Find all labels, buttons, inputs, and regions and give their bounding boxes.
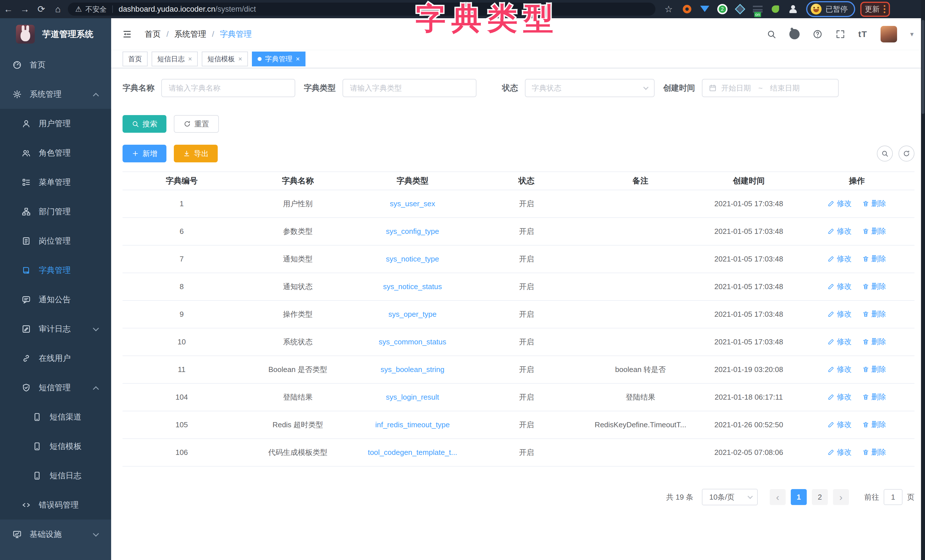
sidebar-item-短信日志[interactable]: 短信日志 <box>0 461 111 490</box>
browser-reload-icon[interactable]: ⟳ <box>33 4 50 15</box>
sidebar-item-菜单管理[interactable]: 菜单管理 <box>0 167 111 197</box>
reset-button[interactable]: 重置 <box>174 115 219 133</box>
dict-type-link[interactable]: sys_boolean_string <box>380 365 444 374</box>
page-button-2[interactable]: 2 <box>812 489 828 505</box>
font-size-icon[interactable]: tT <box>858 29 868 39</box>
export-button[interactable]: 导出 <box>174 145 218 163</box>
edit-link[interactable]: 修改 <box>827 309 851 319</box>
dict-type-link[interactable]: sys_common_status <box>379 337 446 346</box>
dict-type-link[interactable]: sys_notice_type <box>386 254 439 263</box>
address-bar[interactable]: ⚠ 不安全 dashboard.yudao.iocoder.cn /system… <box>68 3 655 16</box>
status-select[interactable]: 字典状态 <box>525 79 655 97</box>
breadcrumb-home[interactable]: 首页 <box>145 29 161 39</box>
extension-icon[interactable] <box>770 3 781 15</box>
delete-link[interactable]: 删除 <box>862 392 886 402</box>
extension-icon[interactable]: on <box>752 3 764 15</box>
sidebar-item-部门管理[interactable]: 部门管理 <box>0 197 111 226</box>
paused-extension-pill[interactable]: 已暂停 <box>806 1 855 17</box>
browser-update-button[interactable]: 更新 <box>860 2 890 17</box>
edit-link[interactable]: 修改 <box>827 226 851 236</box>
close-tab-icon[interactable]: × <box>238 55 242 63</box>
browser-back-icon[interactable]: ← <box>0 4 17 15</box>
edit-link[interactable]: 修改 <box>827 392 851 402</box>
breadcrumb-system[interactable]: 系统管理 <box>175 29 206 39</box>
sidebar-item-基础设施[interactable]: 基础设施 <box>0 519 111 549</box>
delete-link[interactable]: 删除 <box>862 364 886 374</box>
sidebar-item-字典管理[interactable]: 字典管理 <box>0 256 111 285</box>
dict-name-field[interactable] <box>168 83 288 93</box>
delete-link[interactable]: 删除 <box>862 282 886 291</box>
dict-type-link[interactable]: sys_notice_status <box>383 282 442 291</box>
add-button[interactable]: 新增 <box>122 145 166 163</box>
dict-type-link[interactable]: sys_login_result <box>386 393 439 401</box>
edit-link[interactable]: 修改 <box>827 282 851 291</box>
close-tab-icon[interactable]: × <box>188 55 192 63</box>
browser-scrollbar[interactable] <box>921 0 925 560</box>
browser-menu-icon[interactable] <box>884 5 885 13</box>
extension-icon[interactable] <box>681 3 693 15</box>
edit-link[interactable]: 修改 <box>827 199 851 209</box>
tab-短信模板[interactable]: 短信模板 × <box>202 51 248 66</box>
sidebar-item-首页[interactable]: 首页 <box>0 50 111 80</box>
tab-短信日志[interactable]: 短信日志 × <box>152 51 198 66</box>
show-search-button[interactable] <box>877 146 893 161</box>
sidebar-item-短信模板[interactable]: 短信模板 <box>0 432 111 461</box>
search-icon[interactable] <box>767 29 776 39</box>
sidebar-item-短信渠道[interactable]: 短信渠道 <box>0 402 111 432</box>
edit-link[interactable]: 修改 <box>827 254 851 264</box>
extension-icon[interactable] <box>787 3 799 15</box>
prev-page-button[interactable]: ‹ <box>770 489 786 505</box>
extension-icon[interactable]: 2 <box>717 3 728 15</box>
dict-type-link[interactable]: sys_config_type <box>386 227 439 236</box>
delete-link[interactable]: 删除 <box>862 226 886 236</box>
sidebar-item-角色管理[interactable]: 角色管理 <box>0 138 111 167</box>
browser-home-icon[interactable]: ⌂ <box>50 4 66 15</box>
sidebar-item-系统管理[interactable]: 系统管理 <box>0 80 111 109</box>
date-range-picker[interactable]: 开始日期 ~ 结束日期 <box>702 79 839 97</box>
dict-type-link[interactable]: tool_codegen_template_t... <box>368 448 457 457</box>
next-page-button[interactable]: › <box>833 489 849 505</box>
edit-link[interactable]: 修改 <box>827 420 851 429</box>
tab-首页[interactable]: 首页 <box>122 51 148 66</box>
extension-icon[interactable] <box>734 3 746 15</box>
dict-type-input[interactable] <box>342 79 476 97</box>
page-button-1[interactable]: 1 <box>791 489 807 505</box>
sidebar-item-错误码管理[interactable]: 错误码管理 <box>0 490 111 519</box>
delete-link[interactable]: 删除 <box>862 199 886 209</box>
sidebar-item-岗位管理[interactable]: 岗位管理 <box>0 226 111 256</box>
fullscreen-icon[interactable] <box>836 29 845 39</box>
search-button[interactable]: 搜索 <box>122 115 166 133</box>
delete-link[interactable]: 删除 <box>862 254 886 264</box>
edit-link[interactable]: 修改 <box>827 364 851 374</box>
extension-icon[interactable] <box>699 3 710 15</box>
refresh-table-button[interactable] <box>898 146 914 161</box>
delete-link[interactable]: 删除 <box>862 309 886 319</box>
goto-page-input[interactable] <box>884 489 902 505</box>
dict-type-link[interactable]: sys_oper_type <box>389 310 437 318</box>
delete-link[interactable]: 删除 <box>862 420 886 429</box>
bookmark-star-icon[interactable]: ☆ <box>664 4 673 15</box>
tab-字典管理[interactable]: 字典管理 × <box>252 51 306 66</box>
collapse-sidebar-icon[interactable] <box>121 29 133 39</box>
sidebar-item-通知公告[interactable]: 通知公告 <box>0 285 111 314</box>
browser-forward-icon[interactable]: → <box>17 4 33 15</box>
sidebar-item-审计日志[interactable]: 审计日志 <box>0 314 111 343</box>
dict-type-link[interactable]: inf_redis_timeout_type <box>375 420 450 429</box>
chevron-down-icon[interactable]: ▾ <box>910 30 914 38</box>
help-icon[interactable] <box>813 29 823 39</box>
delete-link[interactable]: 删除 <box>862 447 886 457</box>
edit-link[interactable]: 修改 <box>827 447 851 457</box>
github-icon[interactable] <box>789 29 800 39</box>
app-logo-row[interactable]: 芋道管理系统 <box>0 18 111 50</box>
edit-link[interactable]: 修改 <box>827 337 851 347</box>
dict-type-link[interactable]: sys_user_sex <box>390 199 435 208</box>
close-tab-icon[interactable]: × <box>296 55 300 63</box>
user-avatar[interactable] <box>881 26 897 42</box>
sidebar-item-短信管理[interactable]: 短信管理 <box>0 373 111 402</box>
sidebar-item-用户管理[interactable]: 用户管理 <box>0 109 111 138</box>
page-size-select[interactable]: 10条/页 <box>702 489 758 505</box>
sidebar-item-在线用户[interactable]: 在线用户 <box>0 343 111 373</box>
delete-link[interactable]: 删除 <box>862 337 886 347</box>
dict-type-field[interactable] <box>350 83 470 93</box>
dict-name-input[interactable] <box>161 79 295 97</box>
